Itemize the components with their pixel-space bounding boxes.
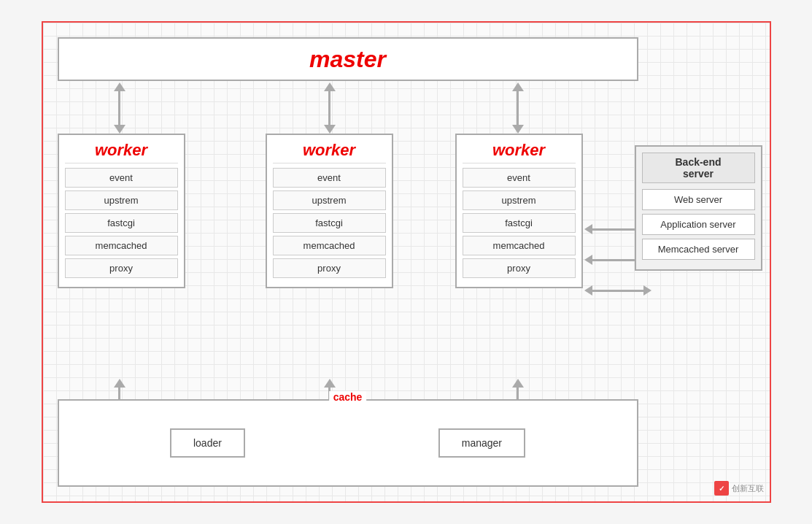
worker3-module-upstrem: upstrem xyxy=(463,190,576,210)
worker1-module-proxy: proxy xyxy=(65,258,178,278)
arrowhead-up xyxy=(324,82,336,91)
cache-label: cache xyxy=(329,391,367,403)
cache-box: cache loader manager xyxy=(58,399,638,487)
arrow-master-worker2 xyxy=(324,82,336,134)
worker3-module-fastcgi: fastcgi xyxy=(463,213,576,233)
arrowhead-down xyxy=(324,125,336,134)
worker3-box: worker event upstrem fastcgi memcached p… xyxy=(455,134,583,288)
backend-title: Back-endserver xyxy=(642,153,755,183)
worker3-module-event: event xyxy=(463,168,576,188)
master-box: master xyxy=(58,37,638,81)
arrowhead-up xyxy=(512,82,524,91)
worker1-module-upstrem: upstrem xyxy=(65,190,178,210)
worker2-module-proxy: proxy xyxy=(273,258,386,278)
watermark-icon: ✓ xyxy=(714,481,729,496)
cache-manager: manager xyxy=(438,428,525,458)
h-shaft xyxy=(592,290,643,292)
backend-memcachedserver: Memcached server xyxy=(642,239,755,260)
worker2-module-upstrem: upstrem xyxy=(273,190,386,210)
h-arrow-memcached xyxy=(584,285,651,296)
backend-webserver: Web server xyxy=(642,189,755,210)
worker3-module-proxy: proxy xyxy=(463,258,576,278)
worker1-module-event: event xyxy=(65,168,178,188)
h-head-left xyxy=(584,285,592,296)
arrow-master-worker3 xyxy=(512,82,524,134)
h-head-left xyxy=(584,255,592,265)
arrowhead-up xyxy=(114,379,125,388)
cache-loader: loader xyxy=(170,428,245,458)
worker1-module-memcached: memcached xyxy=(65,236,178,255)
worker2-module-event: event xyxy=(273,168,386,188)
worker2-box: worker event upstrem fastcgi memcached p… xyxy=(266,134,393,288)
master-label: master xyxy=(309,46,386,73)
worker2-label: worker xyxy=(273,141,386,163)
watermark-text: 创新互联 xyxy=(732,483,764,494)
h-head-right xyxy=(643,285,651,296)
arrowhead-up xyxy=(324,379,336,388)
worker2-module-memcached: memcached xyxy=(273,236,386,255)
worker3-module-memcached: memcached xyxy=(463,236,576,255)
watermark: ✓ 创新互联 xyxy=(714,481,764,496)
arrowhead-up xyxy=(512,379,524,388)
cache-inner: loader manager xyxy=(59,401,637,485)
worker2-module-fastcgi: fastcgi xyxy=(273,213,386,233)
arrow-shaft xyxy=(118,91,120,125)
arrowhead-down xyxy=(512,125,524,134)
worker1-label: worker xyxy=(65,141,178,163)
arrow-shaft xyxy=(328,91,330,125)
diagram-container: master worker event upstrem fastcgi memc… xyxy=(42,21,771,503)
worker1-box: worker event upstrem fastcgi memcached p… xyxy=(58,134,185,288)
backend-appserver: Application server xyxy=(642,214,755,235)
worker3-label: worker xyxy=(463,141,576,163)
backend-box: Back-endserver Web server Application se… xyxy=(635,145,762,271)
arrowhead-down xyxy=(114,125,125,134)
h-arrow-row3 xyxy=(584,285,651,296)
h-head-left xyxy=(584,224,592,234)
arrowhead-up xyxy=(114,82,125,91)
arrow-shaft xyxy=(517,91,519,125)
worker1-module-fastcgi: fastcgi xyxy=(65,213,178,233)
arrow-master-worker1 xyxy=(114,82,125,134)
